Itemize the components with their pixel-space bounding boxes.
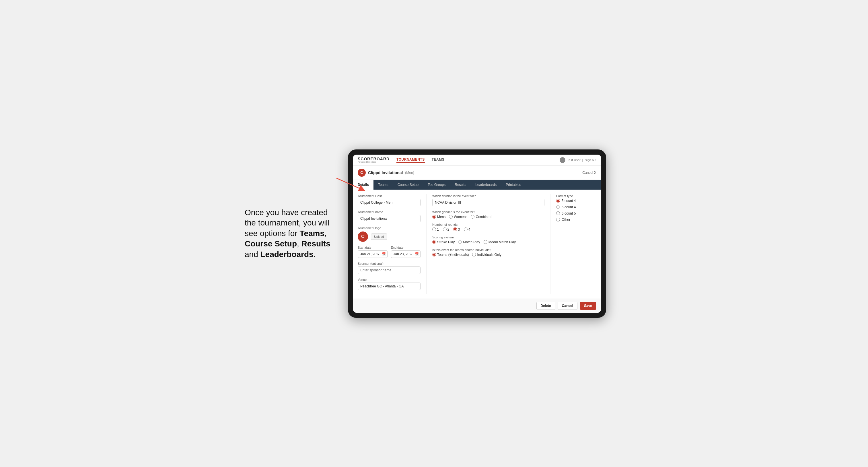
- teams-plus-individuals-radio[interactable]: [432, 253, 436, 256]
- format-6count5-label: 6 count 5: [562, 211, 576, 215]
- scoring-medal-label: Medal Match Play: [489, 240, 516, 244]
- rounds-1-option[interactable]: 1: [432, 227, 439, 231]
- venue-group: Venue Peachtree GC - Atlanta - GA: [358, 278, 421, 290]
- format-6count4-radio[interactable]: [556, 205, 560, 209]
- scoring-medal-radio[interactable]: [484, 240, 487, 244]
- instruction-text: Once you have created the tournament, yo…: [245, 208, 337, 259]
- tab-course-setup[interactable]: Course Setup: [393, 180, 423, 190]
- rounds-2-radio[interactable]: [443, 227, 446, 231]
- rounds-4-option[interactable]: 4: [464, 227, 470, 231]
- user-area: Test User | Sign out: [560, 157, 596, 163]
- rounds-4-radio[interactable]: [464, 227, 468, 231]
- gender-womens-label: Womens: [454, 215, 467, 219]
- tournament-host-group: Tournament Host Clippd College - Men: [358, 194, 421, 206]
- tab-tee-groups[interactable]: Tee Groups: [423, 180, 450, 190]
- individuals-only-radio[interactable]: [472, 253, 476, 256]
- scoreboard-logo: SCOREBOARD Powered by clippd: [358, 157, 390, 163]
- content-area: Tournament Host Clippd College - Men Tou…: [353, 190, 601, 299]
- user-separator: |: [582, 158, 583, 162]
- cancel-x-button[interactable]: Cancel X: [582, 171, 596, 175]
- format-5count4-label: 5 count 4: [562, 199, 576, 203]
- logo-upload-area: C Upload: [358, 231, 421, 242]
- sponsor-input[interactable]: [358, 267, 421, 274]
- nav-links: Tournaments Teams: [396, 157, 553, 163]
- delete-button[interactable]: Delete: [536, 302, 555, 310]
- scoring-radio-group: Stroke Play Match Play Medal Match Play: [432, 240, 545, 244]
- rounds-2-option[interactable]: 2: [443, 227, 450, 231]
- tab-results[interactable]: Results: [450, 180, 471, 190]
- start-date-label: Start date: [358, 246, 388, 249]
- teams-group: Is this event for Teams and/or Individua…: [432, 248, 545, 257]
- format-5count4-option[interactable]: 5 count 4: [556, 199, 596, 203]
- tournament-name-label: Tournament name: [358, 210, 421, 214]
- tournament-sub: (Men): [405, 171, 414, 175]
- format-other-radio[interactable]: [556, 218, 560, 221]
- individuals-only-option[interactable]: Individuals Only: [472, 253, 501, 257]
- division-select[interactable]: NCAA Division III: [432, 199, 545, 206]
- tab-details[interactable]: Details: [353, 180, 373, 190]
- cancel-button[interactable]: Cancel: [558, 302, 578, 310]
- individuals-only-label: Individuals Only: [477, 253, 501, 257]
- scoring-stroke-option[interactable]: Stroke Play: [432, 240, 455, 244]
- division-label: Which division is the event for?: [432, 194, 545, 198]
- teams-label: Is this event for Teams and/or Individua…: [432, 248, 545, 252]
- gender-mens-option[interactable]: Mens: [432, 215, 445, 219]
- tournament-logo: C: [358, 169, 366, 177]
- user-avatar: [560, 157, 565, 163]
- scoring-stroke-radio[interactable]: [432, 240, 436, 244]
- format-6count4-option[interactable]: 6 count 4: [556, 205, 596, 209]
- gender-mens-label: Mens: [437, 215, 445, 219]
- scoring-match-option[interactable]: Match Play: [458, 240, 480, 244]
- division-group: Which division is the event for? NCAA Di…: [432, 194, 545, 206]
- tab-teams[interactable]: Teams: [373, 180, 393, 190]
- teams-plus-individuals-option[interactable]: Teams (+Individuals): [432, 253, 469, 257]
- nav-tournaments[interactable]: Tournaments: [396, 157, 425, 163]
- rounds-1-radio[interactable]: [432, 227, 436, 231]
- gender-combined-label: Combined: [475, 215, 491, 219]
- scoring-match-radio[interactable]: [458, 240, 462, 244]
- gender-mens-radio[interactable]: [432, 215, 436, 219]
- format-5count4-radio[interactable]: [556, 199, 560, 203]
- rounds-radio-group: 1 2 3: [432, 227, 545, 231]
- rounds-2-label: 2: [447, 227, 450, 231]
- gender-radio-group: Mens Womens Combined: [432, 215, 545, 219]
- rounds-3-radio[interactable]: [453, 227, 457, 231]
- tournament-name-group: Tournament name: [358, 210, 421, 222]
- format-type-label: Format type: [556, 194, 596, 198]
- start-date-wrap: 📅: [358, 250, 388, 258]
- tab-printables[interactable]: Printables: [501, 180, 526, 190]
- tab-leaderboards[interactable]: Leaderboards: [471, 180, 501, 190]
- tab-navigation: Details Teams Course Setup Tee Groups Re…: [353, 180, 601, 190]
- save-button[interactable]: Save: [580, 302, 596, 310]
- middle-column: Which division is the event for? NCAA Di…: [427, 194, 551, 294]
- gender-group: Which gender is the event for? Mens Wome…: [432, 210, 545, 219]
- tablet-device: SCOREBOARD Powered by clippd Tournaments…: [348, 150, 606, 318]
- tournament-name-input[interactable]: [358, 215, 421, 222]
- teams-radio-group: Teams (+Individuals) Individuals Only: [432, 253, 545, 257]
- gender-combined-option[interactable]: Combined: [471, 215, 491, 219]
- gender-combined-radio[interactable]: [471, 215, 474, 219]
- format-6count5-radio[interactable]: [556, 211, 560, 215]
- sponsor-label: Sponsor (optional): [358, 262, 421, 266]
- scoring-match-label: Match Play: [463, 240, 480, 244]
- logo-title: SCOREBOARD: [358, 157, 390, 161]
- rounds-label: Number of rounds: [432, 223, 545, 226]
- venue-label: Venue: [358, 278, 421, 281]
- sign-out-link[interactable]: Sign out: [585, 158, 596, 162]
- right-column: Format type 5 count 4 6 count 4: [551, 194, 596, 294]
- start-date-calendar-icon: 📅: [381, 252, 386, 256]
- user-name: Test User: [567, 158, 580, 162]
- nav-teams[interactable]: Teams: [432, 157, 444, 163]
- scoring-medal-option[interactable]: Medal Match Play: [484, 240, 516, 244]
- tournament-host-select[interactable]: Clippd College - Men: [358, 199, 421, 206]
- rounds-3-option[interactable]: 3: [453, 227, 460, 231]
- scoring-stroke-label: Stroke Play: [437, 240, 455, 244]
- upload-button[interactable]: Upload: [371, 234, 387, 240]
- tournament-title: Clippd Invitational: [368, 170, 403, 175]
- gender-womens-radio[interactable]: [449, 215, 453, 219]
- gender-label: Which gender is the event for?: [432, 210, 545, 214]
- venue-select[interactable]: Peachtree GC - Atlanta - GA: [358, 283, 421, 290]
- format-other-option[interactable]: Other: [556, 218, 596, 222]
- gender-womens-option[interactable]: Womens: [449, 215, 467, 219]
- format-6count5-option[interactable]: 6 count 5: [556, 211, 596, 215]
